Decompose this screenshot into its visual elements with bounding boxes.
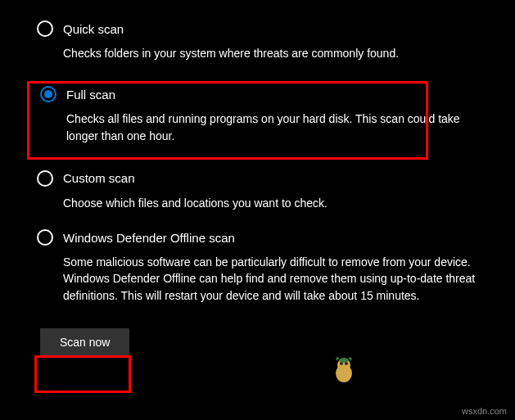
option-description: Checks all files and running programs on… [66, 111, 484, 144]
option-title: Windows Defender Offline scan [63, 231, 235, 245]
svg-point-4 [339, 358, 349, 363]
option-custom-scan: Custom scan Choose which files and locat… [37, 170, 490, 211]
option-custom-scan-header[interactable]: Custom scan [37, 170, 490, 187]
option-full-scan-header[interactable]: Full scan [40, 86, 487, 102]
option-full-scan: Full scan Checks all files and running p… [37, 79, 490, 149]
option-description: Checks folders in your system where thre… [63, 45, 481, 61]
option-quick-scan: Quick scan Checks folders in your system… [37, 20, 490, 61]
option-title: Full scan [66, 88, 115, 102]
mascot-icon [332, 355, 355, 383]
radio-unchecked-icon [37, 229, 53, 246]
option-title: Quick scan [63, 22, 124, 36]
option-offline-scan-header[interactable]: Windows Defender Offline scan [37, 229, 490, 246]
option-offline-scan: Windows Defender Offline scan Some malic… [37, 229, 490, 304]
scan-options-group: Quick scan Checks folders in your system… [37, 16, 490, 356]
option-description: Choose which files and locations you wan… [63, 195, 481, 211]
scan-now-button[interactable]: Scan now [40, 328, 129, 356]
option-title: Custom scan [63, 171, 135, 185]
option-quick-scan-header[interactable]: Quick scan [37, 20, 490, 37]
radio-unchecked-icon [37, 170, 53, 187]
radio-checked-icon [40, 86, 56, 102]
option-description: Some malicious software can be particula… [63, 254, 481, 304]
radio-unchecked-icon [37, 20, 53, 37]
highlight-box-scan-button [34, 355, 131, 393]
watermark-text: wsxdn.com [462, 406, 507, 416]
